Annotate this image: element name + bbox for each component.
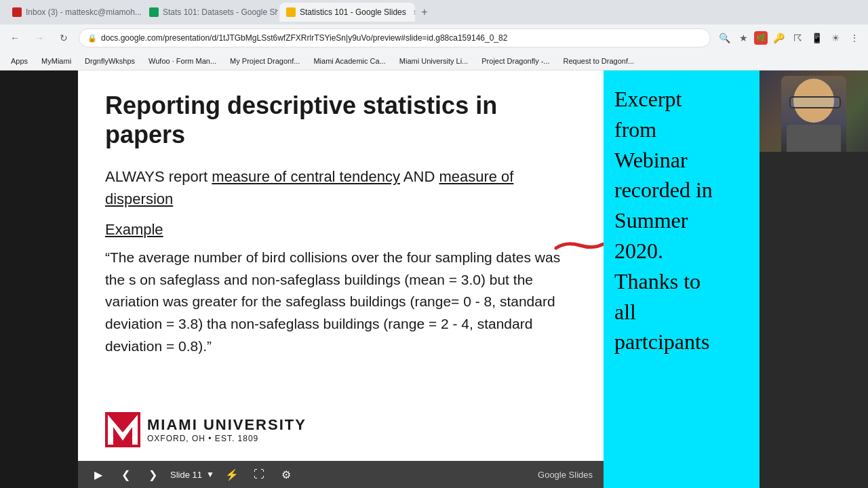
miami-m-logo <box>105 412 140 447</box>
red-annotation-stroke <box>553 239 604 252</box>
bookmark-library[interactable]: Miami University Li... <box>394 56 473 66</box>
bookmark-project-label: My Project Dragonf... <box>230 57 300 65</box>
gmail-favicon <box>12 7 22 17</box>
browser-chrome: Inbox (3) - matteskc@miamoh... ✕ Stats 1… <box>0 0 868 70</box>
miami-logo: MIAMI UNIVERSITY OXFORD, OH • EST. 1809 <box>105 412 307 447</box>
bookmark-drgnfly[interactable]: DrgnflyWkshps <box>79 56 140 66</box>
bookmark-request[interactable]: Request to Dragonf... <box>558 56 640 66</box>
bookmark-star-icon[interactable]: ★ <box>735 30 751 46</box>
bookmark-apps-label: Apps <box>11 57 28 65</box>
body-mid-text: AND <box>400 168 439 185</box>
body-pre-text: ALWAYS report <box>105 168 212 185</box>
bookmark-wufoo-label: Wufoo · Form Man... <box>149 57 216 65</box>
google-slides-logo: Google Slides <box>538 470 593 480</box>
extension-icon-2[interactable]: 🔑 <box>770 30 787 46</box>
annotation-text: ExcerptfromWebinarrecorded inSummer2020.… <box>614 84 749 357</box>
webcam-image <box>760 70 868 152</box>
left-panel <box>0 70 78 488</box>
bookmark-library-label: Miami University Li... <box>399 57 468 65</box>
tab-slides-label: Statistics 101 - Google Slides <box>300 7 406 17</box>
body-link-central-tendency[interactable]: measure of central tendency <box>212 168 400 185</box>
slide-content: Reporting descriptive statistics in pape… <box>78 70 604 488</box>
slide-area: Reporting descriptive statistics in pape… <box>78 70 604 488</box>
bookmark-academic-label: Miami Academic Ca... <box>313 57 385 65</box>
settings-button[interactable]: ⚙ <box>277 465 296 484</box>
bookmark-proj2-label: Project Dragonfly -... <box>481 57 549 65</box>
prev-slide-button[interactable]: ❮ <box>116 465 135 484</box>
miami-text-block: MIAMI UNIVERSITY OXFORD, OH • EST. 1809 <box>147 416 307 443</box>
tab-slides-close[interactable]: ✕ <box>413 9 415 16</box>
lock-icon: 🔒 <box>87 34 97 43</box>
forward-button[interactable]: → <box>30 28 49 47</box>
bookmark-wufoo[interactable]: Wufoo · Form Man... <box>143 56 222 66</box>
bookmarks-bar: Apps MyMiami DrgnflyWkshps Wufoo · Form … <box>0 52 868 70</box>
lightning-button[interactable]: ⚡ <box>222 465 241 484</box>
slide-counter[interactable]: Slide 11 ▼ <box>170 470 214 480</box>
bookmark-academic[interactable]: Miami Academic Ca... <box>308 56 391 66</box>
slide-example-heading: Example <box>105 221 576 239</box>
slides-favicon <box>286 7 296 17</box>
slide-title: Reporting descriptive statistics in pape… <box>105 91 576 149</box>
omnibox-bar: ← → ↻ 🔒 docs.google.com/presentation/d/1… <box>0 24 868 52</box>
bookmark-mymiami-label: MyMiami <box>41 57 71 65</box>
slide-quote: “The average number of bird collisions o… <box>105 247 576 357</box>
presentation-toolbar: ▶ ❮ ❯ Slide 11 ▼ ⚡ ⛶ ⚙ Google Slides <box>78 461 604 488</box>
next-slide-button[interactable]: ❯ <box>143 465 162 484</box>
play-button[interactable]: ▶ <box>89 465 108 484</box>
tab-sheets-label: Stats 101: Datasets - Google Sh... <box>163 7 278 17</box>
bookmark-proj2[interactable]: Project Dragonfly -... <box>476 56 555 66</box>
bookmark-apps[interactable]: Apps <box>5 56 33 66</box>
address-bar[interactable]: 🔒 docs.google.com/presentation/d/1tJTGbM… <box>79 28 711 47</box>
annotation-panel: ExcerptfromWebinarrecorded inSummer2020.… <box>604 70 760 488</box>
bookmark-request-label: Request to Dragonf... <box>564 57 635 65</box>
bookmark-project[interactable]: My Project Dragonf... <box>224 56 305 66</box>
refresh-button[interactable]: ↻ <box>54 28 73 47</box>
extension-icon-1[interactable]: 🌿 <box>754 31 768 45</box>
extension-icon-3[interactable]: ☈ <box>789 30 806 46</box>
extension-icon-4[interactable]: 📱 <box>808 30 825 46</box>
tab-gmail-label: Inbox (3) - matteskc@miamoh... <box>26 7 141 17</box>
bookmark-mymiami[interactable]: MyMiami <box>36 56 77 66</box>
slide-quote-text: “The average number of bird collisions o… <box>105 249 560 353</box>
slide-footer: MIAMI UNIVERSITY OXFORD, OH • EST. 1809 <box>105 412 307 447</box>
miami-university-name: MIAMI UNIVERSITY <box>147 416 307 434</box>
sheets-favicon <box>149 7 159 17</box>
slide-counter-dropdown-icon[interactable]: ▼ <box>206 470 214 479</box>
bookmark-drgnfly-label: DrgnflyWkshps <box>85 57 135 65</box>
tab-bar: Inbox (3) - matteskc@miamoh... ✕ Stats 1… <box>0 0 868 24</box>
slide-body-line1: ALWAYS report measure of central tendenc… <box>105 165 576 210</box>
extension-icon-5[interactable]: ☀ <box>827 30 844 46</box>
webcam-feed <box>760 70 868 488</box>
address-text: docs.google.com/presentation/d/1tJTGbMgL… <box>101 33 507 43</box>
slide-counter-label: Slide 11 <box>170 470 202 480</box>
search-icon[interactable]: 🔍 <box>716 30 732 46</box>
miami-location: OXFORD, OH • EST. 1809 <box>147 434 307 443</box>
main-area: Reporting descriptive statistics in pape… <box>0 70 868 488</box>
new-tab-button[interactable]: + <box>416 4 433 20</box>
browser-actions: 🔍 ★ 🌿 🔑 ☈ 📱 ☀ ⋮ <box>716 30 863 46</box>
tab-slides[interactable]: Statistics 101 - Google Slides ✕ <box>279 3 415 22</box>
back-button[interactable]: ← <box>5 28 24 47</box>
fullscreen-button[interactable]: ⛶ <box>250 465 269 484</box>
tab-gmail[interactable]: Inbox (3) - matteskc@miamoh... ✕ <box>5 3 141 22</box>
chrome-menu-icon[interactable]: ⋮ <box>846 30 863 46</box>
tab-sheets[interactable]: Stats 101: Datasets - Google Sh... ✕ <box>142 3 278 22</box>
